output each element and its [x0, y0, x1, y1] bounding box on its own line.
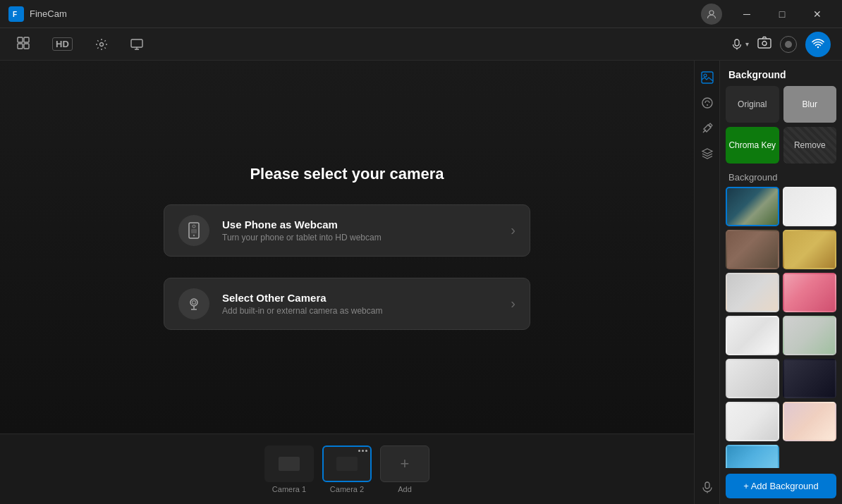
bg-grid [720, 187, 842, 468]
chroma-key-mode-label: Chroma Key [728, 140, 776, 150]
svg-rect-4 [24, 37, 29, 42]
audio-side-icon[interactable] [696, 476, 719, 498]
svg-rect-5 [18, 44, 23, 49]
phone-icon [178, 215, 209, 246]
svg-rect-15 [191, 229, 197, 233]
svg-point-18 [193, 300, 196, 304]
camera-thumb-1[interactable]: Camera 1 [264, 445, 314, 493]
titlebar-left: F FineCam [8, 6, 67, 22]
svg-rect-21 [702, 72, 713, 83]
remove-mode-button[interactable]: Remove [783, 127, 837, 164]
camera-icon [757, 36, 771, 49]
svg-point-22 [704, 74, 707, 77]
bg-modes: Original Blur Chroma Key Remove [720, 86, 842, 169]
tools-side-icon[interactable] [696, 117, 719, 140]
camera-thumb-2[interactable]: Camera 2 [322, 445, 372, 493]
svg-point-12 [817, 46, 819, 47]
bg-thumb-10[interactable] [783, 359, 836, 398]
minimize-button[interactable]: ─ [731, 4, 763, 25]
svg-rect-9 [735, 39, 739, 46]
camera-label-2: Camera 2 [330, 485, 364, 493]
add-background-label: + Add Background [743, 481, 819, 491]
svg-point-11 [762, 42, 767, 46]
bg-thumb-3[interactable] [726, 230, 779, 269]
svg-rect-8 [131, 39, 142, 47]
empty-camera-icon [279, 457, 300, 471]
maximize-button[interactable]: □ [766, 4, 798, 25]
other-camera-option-arrow: › [511, 295, 515, 312]
original-mode-label: Original [738, 99, 767, 109]
mic-button[interactable]: ▾ [731, 39, 749, 50]
background-side-icon[interactable] [696, 66, 719, 89]
main-content: Please select your camera Use Phone as W… [0, 61, 842, 504]
layers-side-icon[interactable] [696, 142, 719, 165]
record-dot [785, 41, 792, 48]
svg-rect-10 [758, 39, 771, 48]
record-button[interactable] [780, 36, 797, 53]
phone-option-subtitle: Turn your phone or tablet into HD webcam [222, 233, 498, 242]
webcam-icon [178, 288, 209, 319]
titlebar-controls: ─ □ ✕ [701, 4, 834, 25]
bg-thumb-12[interactable] [783, 402, 836, 441]
bg-thumb-13[interactable] [726, 445, 779, 468]
add-camera-thumb[interactable]: + Add [380, 445, 429, 493]
blur-mode-button[interactable]: Blur [783, 86, 837, 123]
settings-button[interactable] [90, 35, 114, 54]
camera-prompt: Please select your camera [250, 165, 444, 183]
blur-mode-label: Blur [803, 99, 817, 109]
hd-button[interactable]: HD [47, 35, 78, 54]
phone-option-title: Use Phone as Webcam [222, 219, 498, 231]
camera-preview-2 [322, 445, 372, 482]
other-camera-option-title: Select Other Camera [222, 292, 498, 304]
active-camera-preview [336, 457, 358, 471]
close-button[interactable]: ✕ [801, 4, 834, 25]
camera-label-1: Camera 1 [272, 485, 306, 493]
mic-icon [731, 39, 743, 50]
svg-point-7 [99, 42, 103, 46]
camera-dots [358, 450, 367, 452]
svg-point-23 [702, 98, 712, 108]
select-camera-option[interactable]: Select Other Camera Add built-in or exte… [164, 278, 530, 330]
add-camera-button[interactable]: + [380, 445, 429, 482]
original-mode-button[interactable]: Original [726, 86, 779, 123]
wifi-button[interactable] [805, 32, 831, 57]
mic-dropdown-arrow: ▾ [745, 40, 749, 48]
effects-side-icon[interactable] [696, 92, 719, 114]
layout-icon [17, 37, 30, 52]
screen-button[interactable] [125, 35, 149, 54]
right-panel: Background Original Blur Chroma Key Remo… [694, 61, 842, 504]
svg-point-24 [707, 104, 708, 106]
chroma-key-mode-button[interactable]: Chroma Key [726, 127, 779, 164]
svg-rect-25 [705, 482, 709, 488]
remove-mode-label: Remove [794, 140, 826, 150]
bg-thumb-5[interactable] [726, 273, 779, 312]
bg-panel-title: Background [720, 61, 842, 86]
camera-area: Please select your camera Use Phone as W… [0, 61, 694, 504]
add-background-button[interactable]: + Add Background [726, 474, 836, 498]
bg-thumb-6[interactable] [783, 273, 836, 312]
layout-button[interactable] [11, 34, 35, 55]
add-camera-label: Add [398, 485, 412, 493]
camera-capture-button[interactable] [757, 36, 771, 52]
svg-point-14 [193, 225, 195, 228]
camera-preview: Please select your camera Use Phone as W… [0, 61, 694, 434]
use-phone-option[interactable]: Use Phone as Webcam Turn your phone or t… [164, 204, 530, 257]
titlebar: F FineCam ─ □ ✕ [0, 0, 842, 28]
camera-strip: Camera 1 Camera 2 + Add [0, 434, 694, 504]
bg-thumb-4[interactable] [783, 230, 836, 269]
wifi-icon [812, 38, 824, 51]
bg-thumb-8[interactable] [783, 316, 836, 355]
hd-label: HD [52, 37, 73, 51]
camera-preview-1 [264, 445, 314, 482]
svg-rect-6 [24, 44, 29, 49]
bg-thumb-1[interactable] [726, 187, 779, 226]
side-icons [695, 61, 720, 504]
background-panel: Background Original Blur Chroma Key Remo… [720, 61, 842, 504]
bg-section-title: Background [720, 169, 842, 187]
bg-thumb-2[interactable] [783, 187, 836, 226]
bg-thumb-9[interactable] [726, 359, 779, 398]
bg-thumb-7[interactable] [726, 316, 779, 355]
other-camera-option-text: Select Other Camera Add built-in or exte… [222, 292, 498, 316]
bg-thumb-11[interactable] [726, 402, 779, 441]
account-button[interactable] [701, 4, 722, 25]
